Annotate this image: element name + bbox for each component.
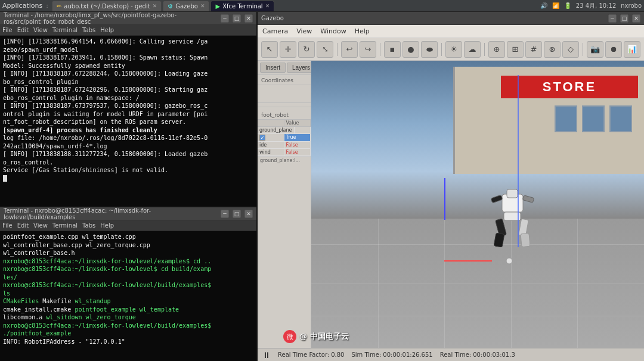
- gvp-row-3: wind False: [258, 149, 311, 156]
- store-window-2: [582, 105, 605, 132]
- t2-menu-edit[interactable]: Edit: [17, 222, 29, 229]
- world-section: [258, 103, 311, 107]
- gazebo-statusbar: ⏸ Real Time Factor: 0.80 Sim Time: 00:00…: [258, 348, 644, 361]
- t1-line-6: [spawn_urdf-4] process has finished clea…: [3, 126, 253, 135]
- terminal2-content[interactable]: pointfoot_example.cpp wl_template.cpp wl…: [0, 231, 256, 361]
- store-windows: [555, 105, 632, 132]
- redo-tool[interactable]: ↪: [360, 41, 376, 58]
- coordinates-area: [258, 85, 311, 103]
- toolbar-sep1: [337, 43, 338, 56]
- axes-tool[interactable]: ⊗: [544, 41, 561, 58]
- gvp-check-1[interactable]: ✓: [258, 134, 284, 141]
- terminal2-maximize[interactable]: □: [233, 210, 241, 218]
- gvp-row-2: ide False: [258, 142, 311, 149]
- toolbar-sep3: [441, 43, 442, 56]
- svg-rect-8: [521, 233, 530, 247]
- t2-line-4: nxrobo@c8153cff4aca:~/limxsdk-for-lowlev…: [3, 257, 253, 266]
- insert-btn[interactable]: Insert: [260, 63, 286, 73]
- gz-menu-camera[interactable]: Camera: [262, 27, 288, 35]
- volume-icon[interactable]: 🔊: [540, 2, 547, 9]
- t2-menu-file[interactable]: File: [2, 222, 13, 229]
- t1-menu-terminal[interactable]: Terminal: [52, 27, 78, 33]
- pause-btn[interactable]: ⏸: [262, 350, 271, 360]
- gazebo-close[interactable]: ✕: [200, 3, 205, 9]
- record-tool[interactable]: ⏺: [605, 41, 622, 58]
- insert-layers-bar: Insert Layers: [258, 61, 311, 75]
- terminal1-content[interactable]: [INFO] [1713838186.964154, 0.066000]: Ca…: [0, 36, 256, 206]
- t2-menu-help[interactable]: Help: [100, 222, 114, 229]
- cylinder-tool[interactable]: ⬬: [421, 41, 438, 58]
- terminal1: Terminal - /home/nxrobo/limx_pf_ws/src/p…: [0, 12, 256, 207]
- taskbar-tabs: ✏ aubo.txt (~/.Desktop) - gedit ✕ ⚙ Gaze…: [52, 1, 537, 11]
- plot-tool[interactable]: 📊: [624, 41, 640, 58]
- t1-line-5: [ INFO] [1713838187.673797537, 0.1580000…: [3, 102, 253, 126]
- simtime-value: 00:00:01:26.651: [383, 351, 432, 358]
- terminal1-menubar: File Edit View Terminal Tabs Help: [0, 25, 256, 36]
- scale-tool[interactable]: ⤡: [317, 41, 333, 58]
- network-icon[interactable]: 📶: [552, 2, 559, 9]
- realtime-factor-label: Real Time Factor:: [278, 351, 329, 358]
- t1-line-1: [INFO] [1713838186.964154, 0.066000]: Ca…: [3, 38, 253, 54]
- gazebo-title: Gazebo: [261, 15, 605, 21]
- terminal2-minimize[interactable]: ─: [221, 210, 229, 218]
- gazebo-left-panel: Insert Layers Coordinates foot_robot Val…: [258, 61, 311, 348]
- realtime-label: Real Time:: [440, 351, 472, 358]
- store-window-3: [609, 105, 632, 132]
- t2-menu-terminal[interactable]: Terminal: [52, 222, 78, 229]
- rotate-tool[interactable]: ↻: [298, 41, 315, 58]
- terminal-close[interactable]: ✕: [265, 3, 270, 9]
- scene-axis-y: [518, 75, 519, 247]
- axis-y: [444, 178, 445, 220]
- t1-menu-file[interactable]: File: [2, 27, 13, 33]
- sphere-tool[interactable]: ●: [402, 41, 419, 58]
- cursor-tool[interactable]: ↖: [261, 41, 278, 58]
- terminal1-close[interactable]: ✕: [244, 14, 253, 23]
- gazebo-close[interactable]: ✕: [632, 14, 640, 23]
- store-building: STORE: [453, 67, 644, 174]
- wireframe-tool[interactable]: ◇: [562, 41, 579, 58]
- grid-h1: [311, 244, 644, 245]
- undo-tool[interactable]: ↩: [341, 41, 358, 58]
- t1-menu-help[interactable]: Help: [100, 27, 114, 33]
- applications-menu[interactable]: Applications: [2, 2, 42, 10]
- snap-tool[interactable]: ⊞: [507, 41, 524, 58]
- box-tool[interactable]: ▪: [384, 41, 401, 58]
- tab-gedit[interactable]: ✏ aubo.txt (~/.Desktop) - gedit ✕: [52, 1, 162, 11]
- gazebo-viewport[interactable]: STORE: [311, 61, 644, 348]
- gz-menu-help[interactable]: Help: [355, 27, 370, 35]
- screenshot-tool[interactable]: 📷: [587, 41, 603, 58]
- terminal2-close[interactable]: ✕: [244, 210, 253, 218]
- t2-line-3: wl_controller_base.h: [3, 249, 253, 257]
- grid-tool[interactable]: #: [525, 41, 542, 58]
- separator: :: [46, 2, 48, 10]
- terminal1-maximize[interactable]: □: [233, 14, 241, 23]
- t1-menu-edit[interactable]: Edit: [17, 27, 29, 33]
- realtime-item: Real Time: 00:00:03:01.3: [440, 351, 515, 358]
- gedit-close[interactable]: ✕: [153, 3, 157, 9]
- gvp-checkbox-1[interactable]: ✓: [259, 135, 265, 141]
- gvp-name-3: wind: [258, 149, 284, 155]
- t2-menu-view[interactable]: View: [33, 222, 48, 229]
- gazebo-maximize[interactable]: □: [620, 14, 628, 23]
- simtime-item: Sim Time: 00:00:01:26.651: [351, 351, 432, 358]
- t1-cursor: [3, 175, 253, 183]
- gz-menu-view[interactable]: View: [296, 27, 312, 35]
- ambient-tool[interactable]: ☁: [464, 41, 481, 58]
- t1-menu-view[interactable]: View: [33, 27, 48, 33]
- toolbar-sep4: [484, 43, 485, 56]
- t2-menu-tabs[interactable]: Tabs: [82, 222, 95, 229]
- light-tool[interactable]: ☀: [445, 41, 462, 58]
- gz-menu-window[interactable]: Window: [320, 27, 346, 35]
- t1-line-8: [ INFO] [1713838188.311277234, 0.1580000…: [3, 150, 253, 166]
- tab-terminal[interactable]: ▶ Xfce Terminal ✕: [210, 1, 274, 11]
- magnet-tool[interactable]: ⊕: [488, 41, 505, 58]
- toolbar-sep2: [380, 43, 380, 56]
- terminal1-minimize[interactable]: ─: [221, 14, 229, 23]
- svg-rect-1: [507, 189, 518, 198]
- tab-gazebo[interactable]: ⚙ Gazebo ✕: [163, 1, 209, 11]
- t1-menu-tabs[interactable]: Tabs: [82, 27, 95, 33]
- t2-line-1: pointfoot_example.cpp wl_template.cpp: [3, 233, 253, 241]
- gvp-val-2: False: [284, 142, 311, 148]
- gazebo-minimize[interactable]: ─: [608, 14, 617, 23]
- move-tool[interactable]: ✛: [280, 41, 296, 58]
